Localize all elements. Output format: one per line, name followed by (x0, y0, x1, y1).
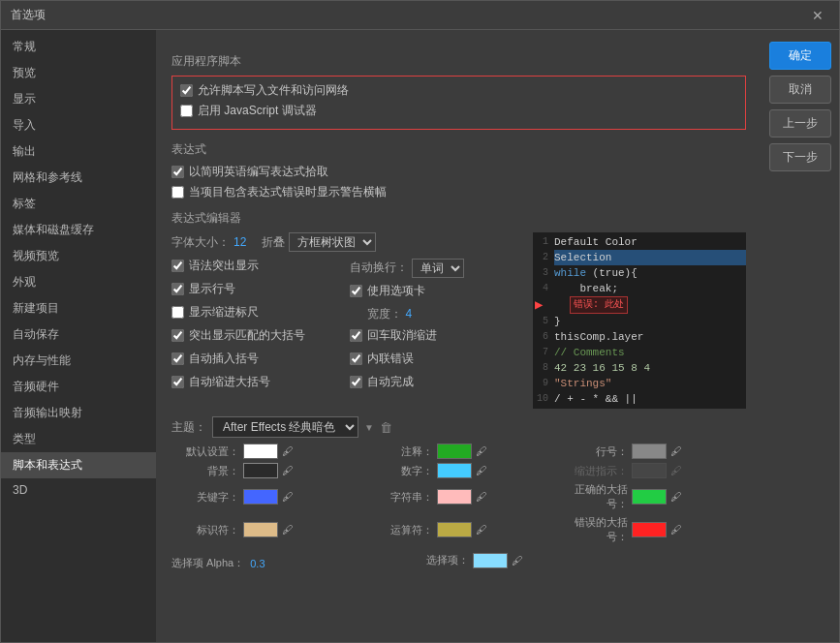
auto-complete-row: 自动完成 (350, 374, 524, 390)
color-identifier: 标识符： 🖋 (171, 515, 358, 544)
delete-theme-button[interactable]: 🗑 (380, 420, 392, 435)
auto-complete-checkbox[interactable] (350, 376, 362, 388)
identifier-eyedropper[interactable]: 🖋 (282, 523, 294, 536)
color-linenum: 行号： 🖋 (560, 444, 746, 459)
sidebar-item-预览[interactable]: 预览 (1, 60, 156, 86)
comment-color-swatch[interactable] (437, 444, 472, 459)
theme-select[interactable]: After Effects 经典暗色 (212, 416, 358, 438)
keyword-color-swatch[interactable] (243, 489, 278, 505)
code-line-3: 3 while (true){ (533, 265, 746, 281)
color-operator: 运算符： 🖋 (365, 515, 551, 544)
auto-wrap-select[interactable]: 单词 (412, 259, 464, 278)
auto-expand-checkbox[interactable] (171, 376, 184, 388)
use-option-card-checkbox[interactable] (350, 285, 362, 297)
font-size-value: 12 (233, 235, 246, 249)
default-color-swatch[interactable] (243, 444, 278, 459)
number-eyedropper[interactable]: 🖋 (476, 464, 487, 477)
color-comment: 注释： 🖋 (365, 444, 551, 459)
highlight-brackets-label: 突出显示匹配的大括号 (189, 327, 305, 344)
linenum-eyedropper[interactable]: 🖋 (670, 444, 682, 458)
window-title: 首选项 (11, 7, 46, 23)
close-button[interactable]: ✕ (806, 6, 829, 25)
sidebar-item-网格和参考线[interactable]: 网格和参考线 (1, 165, 156, 191)
sidebar-item-自动保存[interactable]: 自动保存 (1, 322, 156, 348)
code-line-8: 8 42 23 16 15 8 4 (533, 360, 746, 376)
right-buttons-panel: 确定 取消 上一步 下一步 (762, 30, 839, 642)
sidebar-item-音频输出映射[interactable]: 音频输出映射 (1, 400, 156, 426)
color-error-brace: 错误的大括号： 🖋 (560, 515, 746, 544)
highlight-brackets-checkbox[interactable] (171, 329, 184, 342)
sidebar-item-常规[interactable]: 常规 (1, 34, 156, 60)
auto-insert-checkbox[interactable] (171, 352, 184, 365)
color-correct-brace: 正确的大括号： 🖋 (560, 482, 746, 511)
alpha-selection-row: 选择项 Alpha： 0.3 (171, 556, 265, 570)
show-line-nums-label: 显示行号 (189, 281, 235, 297)
color-default: 默认设置： 🖋 (171, 444, 358, 459)
bg-color-swatch[interactable] (243, 463, 278, 478)
syntax-highlight-row: 语法突出显示 (171, 258, 346, 274)
show-indent-checkbox[interactable] (171, 306, 184, 319)
error-brace-eyedropper[interactable]: 🖋 (670, 523, 682, 536)
sidebar-item-内存与性能[interactable]: 内存与性能 (1, 348, 156, 374)
simple-english-checkbox[interactable] (171, 166, 184, 178)
sidebar-item-媒体和磁盘缓存[interactable]: 媒体和磁盘缓存 (1, 217, 156, 243)
cancel-button[interactable]: 取消 (769, 76, 831, 104)
app-scripts-title: 应用程序脚本 (171, 53, 746, 70)
enter-cancel-checkbox[interactable] (350, 329, 362, 342)
string-eyedropper[interactable]: 🖋 (476, 490, 487, 504)
comment-eyedropper[interactable]: 🖋 (476, 444, 487, 458)
content-area: 常规预览显示导入输出网格和参考线标签媒体和磁盘缓存视频预览外观新建项目自动保存内… (1, 30, 839, 642)
correct-brace-eyedropper[interactable]: 🖋 (670, 490, 682, 504)
number-color-swatch[interactable] (437, 463, 472, 478)
theme-dropdown-arrow: ▼ (364, 422, 374, 433)
sidebar-item-显示[interactable]: 显示 (1, 86, 156, 112)
expressions-title: 表达式 (171, 141, 746, 158)
identifier-color-swatch[interactable] (243, 522, 278, 537)
auto-insert-row: 自动插入括号 (171, 351, 346, 367)
show-warning-checkbox[interactable] (171, 186, 184, 199)
prev-button[interactable]: 上一步 (769, 109, 831, 138)
error-brace-swatch[interactable] (632, 522, 667, 537)
bg-eyedropper[interactable]: 🖋 (282, 464, 294, 477)
sidebar-item-类型[interactable]: 类型 (1, 426, 156, 452)
next-button[interactable]: 下一步 (769, 143, 831, 171)
color-background: 背景： 🖋 (171, 463, 358, 478)
code-line-7: 7 // Comments (533, 345, 746, 360)
sidebar-item-新建项目[interactable]: 新建项目 (1, 295, 156, 322)
sidebar-item-外观[interactable]: 外观 (1, 269, 156, 295)
show-indent-row: 显示缩进标尺 (171, 304, 346, 321)
enable-debugger-checkbox[interactable] (180, 105, 193, 117)
keyword-eyedropper[interactable]: 🖋 (282, 490, 294, 504)
selection-eyedropper[interactable]: 🖋 (512, 554, 523, 567)
sidebar-item-导入[interactable]: 导入 (1, 112, 156, 138)
syntax-highlight-checkbox[interactable] (171, 260, 184, 272)
sidebar-item-输出[interactable]: 输出 (1, 138, 156, 165)
fold-select[interactable]: 方框树状图 (289, 232, 376, 252)
font-size-label: 字体大小： (171, 234, 230, 251)
string-color-swatch[interactable] (437, 489, 472, 505)
allow-write-checkbox[interactable] (180, 84, 193, 97)
show-line-nums-checkbox[interactable] (171, 283, 184, 295)
selection-color-swatch[interactable] (473, 553, 508, 568)
default-eyedropper[interactable]: 🖋 (282, 444, 294, 458)
arrow-icon: ▶ (533, 297, 548, 313)
code-line-2: 2 Selection (533, 250, 746, 265)
show-indent-label: 显示缩进标尺 (189, 304, 259, 321)
sidebar-item-视频预览[interactable]: 视频预览 (1, 243, 156, 269)
sidebar-item-3D[interactable]: 3D (1, 478, 156, 502)
color-selection: 选择项： 🖋 (401, 553, 523, 568)
linenum-color-swatch[interactable] (632, 444, 667, 459)
ok-button[interactable]: 确定 (769, 42, 831, 70)
code-line-5: 5 } (533, 314, 746, 329)
show-warning-row: 当项目包含表达式错误时显示警告横幅 (171, 184, 746, 200)
sidebar-item-标签[interactable]: 标签 (1, 191, 156, 217)
inline-errors-checkbox[interactable] (350, 352, 362, 365)
sidebar: 常规预览显示导入输出网格和参考线标签媒体和磁盘缓存视频预览外观新建项目自动保存内… (1, 30, 156, 642)
color-number: 数字： 🖋 (365, 463, 551, 478)
correct-brace-swatch[interactable] (632, 489, 667, 505)
sidebar-item-音频硬件[interactable]: 音频硬件 (1, 374, 156, 400)
theme-row: 主题： After Effects 经典暗色 ▼ 🗑 (171, 416, 746, 438)
operator-eyedropper[interactable]: 🖋 (476, 523, 487, 536)
sidebar-item-脚本和表达式[interactable]: 脚本和表达式 (1, 452, 156, 478)
operator-color-swatch[interactable] (437, 522, 472, 537)
